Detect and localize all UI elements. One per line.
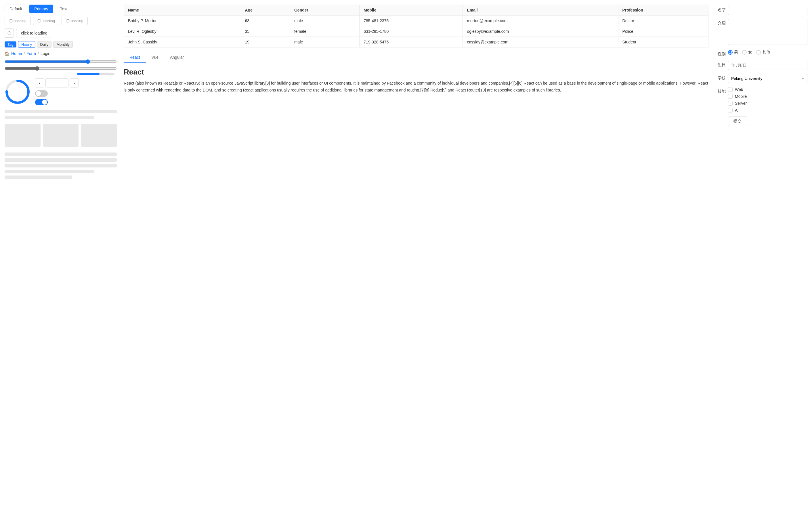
skel-image-1: [5, 124, 40, 147]
left-panel: Default Primary Text loading loading loa…: [5, 5, 117, 508]
toggle-knob-1: [36, 91, 41, 96]
breadcrumb-current: Login: [40, 51, 50, 56]
radio-other[interactable]: 其他: [756, 50, 770, 55]
tag-hourly[interactable]: Hourly: [18, 41, 35, 48]
cell-email: cassidy@example.com: [463, 37, 618, 48]
tabs-bar: React Vue Angular: [124, 52, 708, 63]
checkbox-web-label: Web: [735, 87, 743, 92]
home-icon: 🏠: [5, 51, 9, 56]
col-age: Age: [241, 5, 290, 16]
skel-line-b2: [5, 158, 117, 162]
checkbox-server[interactable]: Server: [728, 101, 807, 106]
pagination-prev[interactable]: ‹: [35, 78, 44, 87]
radio-other-label: 其他: [762, 50, 770, 55]
submit-button[interactable]: 提交: [728, 116, 747, 126]
text-button[interactable]: Text: [56, 5, 72, 13]
radio-dot-male: [729, 51, 731, 54]
checkbox-mobile-label: Mobile: [735, 94, 747, 99]
breadcrumb: 🏠 Home / Form / Login: [5, 51, 117, 56]
tag-daily[interactable]: Daily: [37, 41, 52, 48]
form-row-birthday: 生日: [715, 61, 807, 70]
field-name: [728, 6, 807, 15]
table-row: Bobby P. Morton 63 male 785-481-2375 mor…: [124, 16, 708, 26]
col-mobile: Mobile: [359, 5, 463, 16]
breadcrumb-sep-2: /: [38, 51, 39, 56]
cell-age: 35: [241, 26, 290, 37]
field-birthday: [728, 61, 807, 70]
toggle-1[interactable]: [35, 90, 48, 97]
select-school[interactable]: Peking University Tsinghua University Fu…: [728, 74, 807, 83]
skel-line-b3: [5, 164, 117, 167]
skel-image-2: [43, 124, 79, 147]
circular-progress: [5, 79, 30, 105]
tab-angular[interactable]: Angular: [164, 52, 190, 63]
middle-panel: Name Age Gender Mobile Email Profession …: [124, 5, 708, 508]
checkbox-box-web: [728, 87, 733, 92]
skel-line-b4: [5, 170, 94, 173]
skel-line-b1: [5, 152, 117, 156]
tab-vue[interactable]: Vue: [146, 52, 164, 63]
breadcrumb-form-link[interactable]: Form: [26, 51, 36, 56]
table-header-row: Name Age Gender Mobile Email Profession: [124, 5, 708, 16]
checkbox-server-label: Server: [735, 101, 747, 106]
form-submit-row: 提交: [715, 116, 807, 126]
loading-row: loading loading loading: [5, 17, 117, 25]
field-skills: Web Mobile Server AI: [728, 87, 807, 113]
label-skills: 技能: [715, 87, 726, 94]
loading-label-2: loading: [43, 19, 55, 23]
icon-only-button[interactable]: [5, 28, 14, 38]
skel-line-b5: [5, 175, 72, 179]
right-panel: 名字 介绍 性别 男: [715, 5, 807, 508]
skel-line-1: [5, 110, 117, 113]
tab-content-react: React React (also known as React.js or R…: [124, 63, 708, 98]
loading-btn-2[interactable]: loading: [33, 17, 59, 25]
field-gender: 男 女 其他: [728, 50, 807, 55]
checkbox-mobile[interactable]: Mobile: [728, 94, 807, 99]
breadcrumb-home-link[interactable]: Home: [11, 51, 22, 56]
textarea-intro[interactable]: [728, 19, 807, 45]
tab-react[interactable]: React: [124, 52, 146, 63]
form-row-gender: 性别 男 女 其他: [715, 50, 807, 57]
tag-monthly[interactable]: Monthly: [53, 41, 73, 48]
checkbox-ai[interactable]: AI: [728, 108, 807, 113]
breadcrumb-sep-1: /: [24, 51, 25, 56]
checkbox-group-skills: Web Mobile Server AI: [728, 87, 807, 113]
pagination-input[interactable]: [46, 78, 68, 87]
cell-name: Bobby P. Morton: [124, 16, 241, 26]
col-gender: Gender: [290, 5, 359, 16]
cell-age: 19: [241, 37, 290, 48]
loading-btn-1[interactable]: loading: [5, 17, 31, 25]
loading-btn-3[interactable]: loading: [62, 17, 88, 25]
slider-2[interactable]: [5, 66, 117, 71]
checkbox-web[interactable]: Web: [728, 87, 807, 92]
cell-mobile: 785-481-2375: [359, 16, 463, 26]
tag-tag[interactable]: Tag: [5, 41, 17, 48]
cell-gender: male: [290, 16, 359, 26]
skeleton-block-1: [5, 110, 117, 119]
col-name: Name: [124, 5, 241, 16]
cell-profession: Police: [618, 26, 708, 37]
tabs-container: React Vue Angular React React (also know…: [124, 52, 708, 98]
cell-email: oglesby@example.com: [463, 26, 618, 37]
input-birthday[interactable]: [728, 61, 807, 70]
button-row: Default Primary Text: [5, 5, 117, 13]
radio-group-gender: 男 女 其他: [728, 50, 807, 55]
skeleton-images: [5, 124, 117, 147]
input-name[interactable]: [728, 6, 807, 15]
radio-male[interactable]: 男: [728, 50, 738, 55]
checkbox-box-mobile: [728, 94, 733, 99]
toggle-2[interactable]: [35, 99, 48, 105]
click-to-loading-button[interactable]: click to loading: [16, 29, 52, 37]
default-button[interactable]: Default: [5, 5, 27, 13]
skel-image-3: [81, 124, 117, 147]
field-school: Peking University Tsinghua University Fu…: [728, 74, 807, 83]
spin-icon-1: [9, 19, 13, 23]
primary-button[interactable]: Primary: [29, 5, 53, 13]
radio-female[interactable]: 女: [742, 50, 752, 55]
label-name: 名字: [715, 6, 726, 13]
toggle-column: [35, 90, 79, 105]
slider-1[interactable]: [5, 59, 117, 64]
pagination-next[interactable]: ›: [69, 78, 79, 87]
cell-name: Levi R. Oglesby: [124, 26, 241, 37]
loading-label-3: loading: [71, 19, 83, 23]
